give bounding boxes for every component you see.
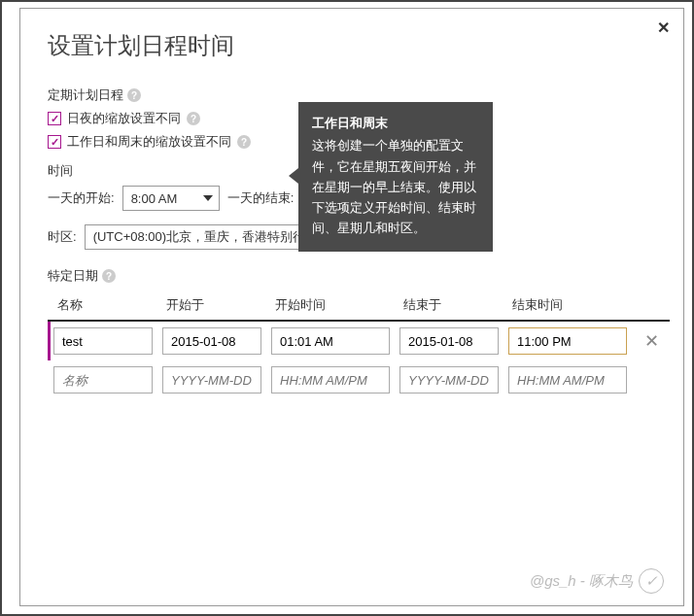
help-icon[interactable]: ? [187,112,200,125]
app-frame: ✕ 设置计划日程时间 定期计划日程 ? ✓ 日夜的缩放设置不同 ? ✓ 工作日和… [0,0,694,616]
dialog-panel: ✕ 设置计划日程时间 定期计划日程 ? ✓ 日夜的缩放设置不同 ? ✓ 工作日和… [19,8,684,606]
checkbox-icon: ✓ [48,112,61,125]
help-icon[interactable]: ? [237,135,251,149]
day-start-select[interactable]: 8:00 AM [122,186,220,211]
check-circle-icon: ✓ [639,568,664,594]
help-icon[interactable]: ? [127,88,141,102]
end-time-input[interactable] [508,327,627,355]
end-time-input[interactable] [508,366,627,394]
table-header: 名称 开始于 开始时间 结束于 结束时间 [48,291,670,322]
start-date-input[interactable] [162,327,261,355]
page-title: 设置计划日程时间 [48,30,656,61]
table-row-placeholder [48,360,670,399]
end-date-input[interactable] [399,366,499,394]
start-time-input[interactable] [271,366,390,394]
help-icon[interactable]: ? [102,269,116,283]
chevron-down-icon [203,195,213,201]
start-time-input[interactable] [271,327,390,355]
table-row: ✕ [48,322,670,360]
checkbox-icon: ✓ [48,135,61,149]
specific-dates-label: 特定日期 ? [48,267,656,285]
watermark: @gs_h - 啄木鸟 ✓ [530,568,664,594]
name-input[interactable] [53,366,153,394]
start-date-input[interactable] [162,366,261,394]
dates-table: 名称 开始于 开始时间 结束于 结束时间 ✕ [48,291,670,399]
close-icon[interactable]: ✕ [657,18,670,37]
delete-row-icon[interactable]: ✕ [637,330,666,352]
end-date-input[interactable] [399,327,499,355]
tooltip: 工作日和周末 这将创建一个单独的配置文件，它在星期五夜间开始，并在星期一的早上结… [298,102,493,252]
name-input[interactable] [53,327,153,355]
